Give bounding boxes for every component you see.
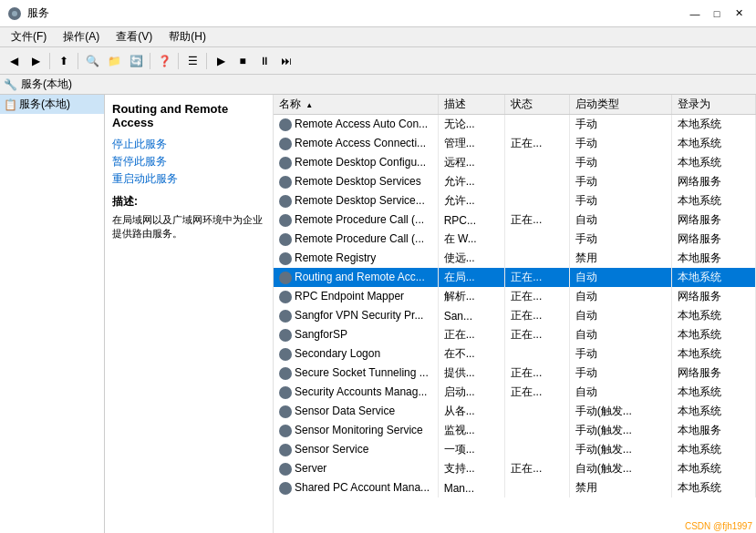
table-row[interactable]: RPC Endpoint Mapper解析...正在...自动网络服务 bbox=[274, 287, 756, 306]
table-row[interactable]: Remote Desktop Services允许...手动网络服务 bbox=[274, 172, 756, 191]
close-button[interactable]: ✕ bbox=[729, 5, 749, 23]
service-login-cell: 本地系统 bbox=[672, 134, 756, 153]
view-button[interactable]: ☰ bbox=[182, 51, 202, 71]
col-header-status[interactable]: 状态 bbox=[505, 95, 570, 115]
service-gear-icon bbox=[279, 329, 292, 342]
table-row[interactable]: Remote Registry使远...禁用本地服务 bbox=[274, 249, 756, 268]
service-startup-cell: 手动(触发... bbox=[569, 440, 672, 459]
col-header-login[interactable]: 登录为 bbox=[672, 95, 756, 115]
service-name-text: Remote Access Connecti... bbox=[295, 137, 426, 149]
service-status-cell bbox=[505, 440, 570, 459]
back-button[interactable]: ◀ bbox=[4, 51, 24, 71]
service-name-cell: Remote Desktop Configu... bbox=[274, 153, 438, 172]
address-label: 服务(本地) bbox=[21, 77, 72, 92]
service-name-cell: Sangfor VPN Security Pr... bbox=[274, 306, 438, 325]
service-name-text: Remote Access Auto Con... bbox=[295, 118, 428, 130]
table-row[interactable]: Security Accounts Manag...启动...正在...自动本地… bbox=[274, 383, 756, 402]
service-gear-icon bbox=[279, 386, 292, 399]
pause-button[interactable]: ⏸ bbox=[254, 51, 274, 71]
service-startup-cell: 自动 bbox=[569, 325, 672, 344]
table-row[interactable]: SangforSP正在...正在...自动本地系统 bbox=[274, 325, 756, 344]
table-row[interactable]: Remote Procedure Call (...RPC...正在...自动网… bbox=[274, 210, 756, 230]
col-header-name[interactable]: 名称 ▲ bbox=[274, 95, 438, 115]
service-status-cell: 正在... bbox=[505, 306, 570, 325]
service-startup-cell: 自动 bbox=[569, 210, 672, 230]
table-row[interactable]: Sangfor VPN Security Pr...San...正在...自动本… bbox=[274, 306, 756, 325]
service-desc-cell: 监视... bbox=[438, 421, 505, 440]
service-login-cell: 本地系统 bbox=[672, 115, 756, 135]
service-status-cell bbox=[505, 249, 570, 268]
table-row[interactable]: Routing and Remote Acc...在局...正在...自动本地系… bbox=[274, 268, 756, 287]
table-row[interactable]: Server支持...正在...自动(触发...本地系统 bbox=[274, 459, 756, 478]
table-row[interactable]: Secure Socket Tunneling ...提供...正在...手动网… bbox=[274, 364, 756, 383]
service-desc-cell: 无论... bbox=[438, 115, 505, 135]
stop-service-link[interactable]: 停止此服务 bbox=[112, 137, 265, 152]
refresh-button[interactable]: 🔄 bbox=[126, 51, 146, 71]
menu-file[interactable]: 文件(F) bbox=[4, 27, 54, 46]
table-row[interactable]: Remote Access Auto Con...无论...手动本地系统 bbox=[274, 115, 756, 135]
help-button[interactable]: ❓ bbox=[154, 51, 174, 71]
sort-arrow: ▲ bbox=[306, 101, 313, 109]
service-desc-text: 在局域网以及广域网环境中为企业提供路由服务。 bbox=[112, 213, 265, 241]
service-login-cell: 网络服务 bbox=[672, 364, 756, 383]
service-desc-cell: 允许... bbox=[438, 172, 505, 191]
toolbar-separator-2 bbox=[78, 53, 78, 69]
service-list[interactable]: 名称 ▲ 描述 状态 启动类型 登录为 Remote Access Auto C… bbox=[274, 95, 756, 533]
col-header-startup[interactable]: 启动类型 bbox=[569, 95, 672, 115]
service-name-text: Server bbox=[295, 462, 326, 475]
service-tbody: Remote Access Auto Con...无论...手动本地系统Remo… bbox=[274, 115, 756, 498]
service-gear-icon bbox=[279, 195, 292, 208]
menu-help[interactable]: 帮助(H) bbox=[161, 27, 213, 46]
service-login-cell: 本地系统 bbox=[672, 306, 756, 325]
table-row[interactable]: Sensor Monitoring Service监视...手动(触发...本地… bbox=[274, 421, 756, 440]
folder-button[interactable]: 📁 bbox=[104, 51, 124, 71]
service-gear-icon bbox=[279, 233, 292, 246]
tree-item-services[interactable]: 📋 服务(本地) bbox=[0, 95, 104, 114]
service-name-text: Remote Desktop Services bbox=[295, 175, 421, 188]
restart-service-link[interactable]: 重启动此服务 bbox=[112, 171, 265, 187]
play-button[interactable]: ▶ bbox=[211, 51, 231, 71]
forward-button[interactable]: ▶ bbox=[26, 51, 46, 71]
service-startup-cell: 自动 bbox=[569, 268, 672, 287]
watermark: CSDN @fjh1997 bbox=[685, 521, 752, 531]
minimize-button[interactable]: — bbox=[685, 5, 705, 23]
table-row[interactable]: Secondary Logon在不...手动本地系统 bbox=[274, 344, 756, 364]
table-row[interactable]: Sensor Service一项...手动(触发...本地系统 bbox=[274, 440, 756, 459]
maximize-button[interactable]: □ bbox=[707, 5, 727, 23]
table-row[interactable]: Remote Access Connecti...管理...正在...手动本地系… bbox=[274, 134, 756, 153]
service-name-text: Sensor Data Service bbox=[295, 405, 395, 417]
menu-action[interactable]: 操作(A) bbox=[56, 27, 107, 46]
table-row[interactable]: Remote Desktop Configu...远程...手动本地系统 bbox=[274, 153, 756, 172]
service-name-cell: Remote Desktop Service... bbox=[274, 191, 438, 210]
service-name-cell: Remote Access Auto Con... bbox=[274, 115, 438, 135]
table-row[interactable]: Shared PC Account Mana...Man...禁用本地系统 bbox=[274, 478, 756, 497]
service-startup-cell: 手动 bbox=[569, 191, 672, 210]
col-header-desc[interactable]: 描述 bbox=[438, 95, 505, 115]
next-button[interactable]: ⏭ bbox=[276, 51, 296, 71]
stop-button[interactable]: ■ bbox=[233, 51, 253, 71]
service-desc-cell: 解析... bbox=[438, 287, 505, 306]
service-desc-cell: 提供... bbox=[438, 364, 505, 383]
table-row[interactable]: Remote Procedure Call (...在 W...手动网络服务 bbox=[274, 230, 756, 249]
table-row[interactable]: Remote Desktop Service...允许...手动本地系统 bbox=[274, 191, 756, 210]
service-gear-icon bbox=[279, 463, 292, 476]
service-gear-icon bbox=[279, 118, 292, 131]
menu-view[interactable]: 查看(V) bbox=[109, 27, 160, 46]
service-name-cell: Routing and Remote Acc... bbox=[274, 268, 438, 287]
service-detail-links: 停止此服务 暂停此服务 重启动此服务 bbox=[112, 137, 265, 187]
service-name-cell: Remote Procedure Call (... bbox=[274, 230, 438, 249]
service-name-cell: Shared PC Account Mana... bbox=[274, 478, 438, 497]
toolbar: ◀ ▶ ⬆ 🔍 📁 🔄 ❓ ☰ ▶ ■ ⏸ ⏭ bbox=[0, 47, 756, 75]
service-name-text: Sensor Service bbox=[295, 443, 368, 456]
menu-bar: 文件(F) 操作(A) 查看(V) 帮助(H) bbox=[0, 27, 756, 47]
pause-service-link[interactable]: 暂停此服务 bbox=[112, 154, 265, 169]
service-status-cell bbox=[505, 172, 570, 191]
service-startup-cell: 手动(触发... bbox=[569, 402, 672, 421]
search-button[interactable]: 🔍 bbox=[82, 51, 102, 71]
service-login-cell: 本地系统 bbox=[672, 402, 756, 421]
service-status-cell bbox=[505, 191, 570, 210]
service-gear-icon bbox=[279, 444, 292, 456]
up-button[interactable]: ⬆ bbox=[54, 51, 74, 71]
table-row[interactable]: Sensor Data Service从各...手动(触发...本地系统 bbox=[274, 402, 756, 421]
title-bar-left: 服务 bbox=[7, 5, 49, 21]
